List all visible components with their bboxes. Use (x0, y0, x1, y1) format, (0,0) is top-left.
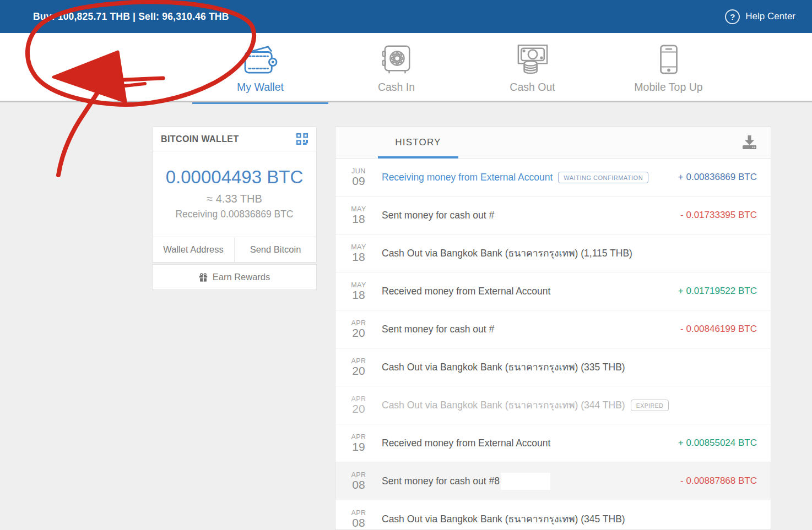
transaction-description: Cash Out via Bangkok Bank (ธนาคารกรุงเทพ… (382, 245, 632, 261)
history-title: HISTORY (395, 137, 441, 148)
wallet-balance-section: 0.00004493 BTC ≈ 4.33 THB Receiving 0.00… (153, 151, 316, 237)
wallet-address-button[interactable]: Wallet Address (153, 237, 234, 262)
tab-my-wallet[interactable]: My Wallet (192, 33, 328, 102)
history-rows: JUN09Receiving money from External Accou… (335, 159, 771, 530)
banknote-coins-icon (517, 43, 549, 75)
transaction-description: Cash Out via Bangkok Bank (ธนาคารกรุงเทพ… (382, 397, 669, 413)
transaction-description: Cash Out via Bangkok Bank (ธนาคารกรุงเทพ… (382, 511, 625, 527)
transaction-date: APR08 (335, 472, 382, 490)
history-panel: HISTORY JUN09Receiving money from Extern… (335, 127, 771, 530)
nav-divider (0, 101, 812, 102)
tab-mobile-top-up[interactable]: Mobile Top Up (600, 33, 737, 102)
history-row[interactable]: APR08Cash Out via Bangkok Bank (ธนาคารกร… (335, 500, 771, 530)
transaction-description: Received money from External Account (382, 438, 550, 449)
history-row[interactable]: APR20Cash Out via Bangkok Bank (ธนาคารกร… (335, 348, 771, 386)
tab-history[interactable]: HISTORY (378, 127, 458, 158)
transaction-amount: - 0.01733395 BTC (680, 210, 757, 221)
transaction-description: Sent money for cash out #8 (382, 476, 500, 487)
transaction-date: JUN09 (335, 168, 382, 187)
tab-label: Mobile Top Up (634, 81, 702, 94)
receiving-amount: Receiving 0.00836869 BTC (157, 209, 312, 220)
help-center-label: Help Center (745, 11, 795, 22)
wallet-icon (243, 45, 278, 75)
transaction-amount: - 0.00846199 BTC (680, 324, 757, 335)
smartphone-icon (659, 44, 679, 75)
redaction-box (501, 473, 550, 490)
transaction-date: MAY18 (335, 244, 382, 263)
history-row[interactable]: APR19Received money from External Accoun… (335, 424, 771, 462)
wallet-actions: Wallet Address Send Bitcoin (153, 237, 316, 262)
bitcoin-wallet-card: BITCOIN WALLET 0.00004493 BTC ≈ 4.33 THB… (152, 127, 317, 263)
tab-cash-in[interactable]: Cash In (328, 33, 464, 102)
tab-label: My Wallet (237, 81, 284, 94)
wallet-card-title: BITCOIN WALLET (161, 134, 239, 144)
transaction-amount: - 0.00887868 BTC (680, 476, 757, 487)
safe-icon (381, 44, 413, 75)
earn-rewards-label: Earn Rewards (213, 272, 270, 282)
qr-code-icon[interactable] (296, 133, 308, 145)
transaction-description: Cash Out via Bangkok Bank (ธนาคารกรุงเทพ… (382, 359, 625, 375)
history-row[interactable]: APR20Cash Out via Bangkok Bank (ธนาคารกร… (335, 386, 771, 424)
history-row[interactable]: APR08Sent money for cash out #8- 0.00887… (335, 462, 771, 500)
nav-tabs: My Wallet (192, 33, 737, 102)
transaction-date: APR20 (335, 396, 382, 414)
wallet-card-header: BITCOIN WALLET (153, 127, 316, 151)
history-row[interactable]: MAY18Cash Out via Bangkok Bank (ธนาคารกร… (335, 234, 771, 272)
transaction-date: MAY18 (335, 282, 382, 300)
tab-cash-out[interactable]: Cash Out (464, 33, 600, 102)
earn-rewards-button[interactable]: Earn Rewards (152, 264, 317, 290)
gift-icon (199, 273, 208, 282)
main-nav: My Wallet (0, 33, 812, 102)
transaction-amount: + 0.01719522 BTC (678, 286, 757, 297)
download-icon[interactable] (742, 135, 757, 151)
price-ticker: Buy: 100,825.71 THB | Sell: 96,310.46 TH… (33, 11, 229, 23)
topbar: Buy: 100,825.71 THB | Sell: 96,310.46 TH… (0, 0, 812, 33)
send-bitcoin-button[interactable]: Send Bitcoin (234, 237, 316, 262)
transaction-date: APR20 (335, 358, 382, 376)
history-row[interactable]: MAY18Received money from External Accoun… (335, 272, 771, 310)
page: Buy: 100,825.71 THB | Sell: 96,310.46 TH… (0, 0, 812, 530)
tab-label: Cash Out (510, 81, 555, 94)
history-row[interactable]: JUN09Receiving money from External Accou… (335, 159, 771, 196)
transaction-description: Received money from External Account (382, 286, 550, 297)
fiat-balance: ≈ 4.33 THB (157, 193, 312, 205)
status-badge: WAITING CONFIRMATION (558, 172, 648, 183)
transaction-date: APR19 (335, 434, 382, 452)
help-center-link[interactable]: ? Help Center (725, 9, 795, 24)
status-badge: EXPIRED (631, 400, 669, 411)
history-header: HISTORY (335, 127, 771, 159)
transaction-date: MAY18 (335, 206, 382, 225)
transaction-amount: + 0.00836869 BTC (678, 172, 757, 183)
transaction-date: APR20 (335, 320, 382, 338)
transaction-amount: + 0.00855024 BTC (678, 438, 757, 449)
transaction-description: Sent money for cash out # (382, 324, 494, 335)
transaction-date: APR08 (335, 510, 382, 528)
help-icon: ? (725, 9, 740, 24)
transaction-description: Sent money for cash out # (382, 210, 494, 221)
btc-balance: 0.00004493 BTC (157, 167, 312, 188)
history-row[interactable]: APR20Sent money for cash out #- 0.008461… (335, 310, 771, 348)
tab-label: Cash In (378, 81, 415, 94)
transaction-description[interactable]: Receiving money from External AccountWAI… (382, 172, 648, 183)
history-row[interactable]: MAY18Sent money for cash out #- 0.017333… (335, 196, 771, 234)
